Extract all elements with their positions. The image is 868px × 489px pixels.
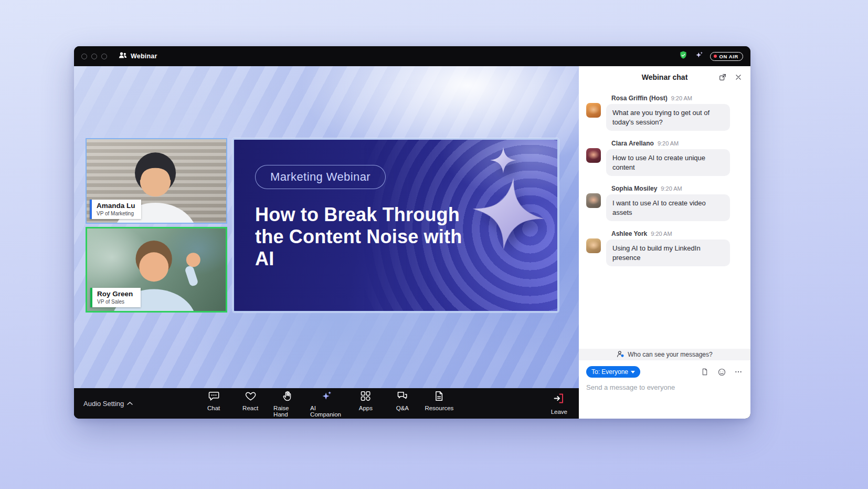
- security-shield-icon[interactable]: [679, 50, 688, 62]
- chat-message: Rosa Griffin (Host) 9:20 AM What are you…: [586, 95, 742, 131]
- speaker-name: Roy Green: [97, 290, 135, 298]
- desktop-background: Webinar: [0, 0, 868, 489]
- raise-hand-button[interactable]: Raise Hand: [273, 390, 301, 418]
- webinar-window: Webinar: [74, 46, 750, 419]
- speaker-role: VP of Sales: [97, 299, 135, 305]
- qa-button[interactable]: Q&A: [389, 390, 416, 411]
- meeting-toolbar: Audio Setting: [74, 388, 579, 419]
- chat-label: Chat: [207, 405, 220, 411]
- chevron-down-icon: [631, 371, 635, 373]
- chat-message: Clara Arellano 9:20 AM How to use AI to …: [586, 140, 742, 176]
- chat-icon: [208, 390, 220, 402]
- on-air-dot: [714, 55, 717, 58]
- app-title-group: Webinar: [119, 51, 157, 61]
- window-controls: [81, 54, 107, 59]
- on-air-label: ON AIR: [719, 54, 739, 59]
- chat-panel-title: Webinar chat: [642, 73, 688, 81]
- message-time: 9:20 AM: [671, 95, 692, 101]
- ai-companion-titlebar-icon[interactable]: [694, 50, 704, 62]
- privacy-note-text: Who can see your messages?: [628, 351, 712, 358]
- chat-header-icons: [718, 66, 743, 88]
- audio-setting-label: Audio Setting: [83, 400, 124, 408]
- to-everyone-label: To: Everyone: [591, 368, 628, 376]
- chat-message-list: Rosa Griffin (Host) 9:20 AM What are you…: [579, 88, 750, 349]
- more-options-icon[interactable]: [734, 367, 743, 377]
- message-author: Clara Arellano: [611, 140, 654, 147]
- chat-header: Webinar chat: [579, 66, 750, 88]
- qa-icon: [396, 390, 408, 402]
- participants-icon: [119, 51, 127, 61]
- resources-label: Resources: [425, 405, 453, 411]
- message-bubble: What are you trying to get out of today'…: [606, 104, 730, 131]
- message-bubble: Using AI to build my LinkedIn presence: [606, 240, 730, 266]
- video-area: Amanda Lu VP of Marketing: [74, 66, 579, 388]
- chat-privacy-note[interactable]: Who can see your messages?: [579, 349, 750, 360]
- main-stage: Amanda Lu VP of Marketing: [74, 66, 579, 419]
- apps-icon: [359, 390, 372, 402]
- chevron-up-icon: [127, 402, 133, 405]
- popout-icon[interactable]: [718, 72, 727, 82]
- slide-title: How to Break Through the Content Noise w…: [255, 204, 465, 269]
- titlebar: Webinar: [74, 46, 750, 66]
- slide-badge: Marketing Webinar: [255, 165, 386, 189]
- privacy-person-icon: [617, 350, 624, 359]
- presentation-slide: Marketing Webinar How to Break Through t…: [232, 138, 559, 313]
- close-icon[interactable]: [734, 72, 743, 82]
- speaker-role: VP of Marketing: [97, 211, 135, 216]
- message-author: Sophia Mosiley: [611, 185, 657, 192]
- emoji-icon[interactable]: [717, 367, 726, 377]
- message-time: 9:20 AM: [651, 231, 672, 237]
- webinar-chat-panel: Webinar chat: [579, 66, 750, 419]
- message-time: 9:20 AM: [658, 140, 679, 147]
- audio-setting-button[interactable]: Audio Setting: [83, 400, 133, 408]
- message-author: Rosa Griffin (Host): [611, 95, 668, 102]
- react-button[interactable]: React: [237, 390, 264, 411]
- raise-hand-icon: [281, 390, 293, 402]
- avatar-sophia-mosiley: [586, 193, 601, 208]
- chat-message-input[interactable]: [586, 383, 743, 391]
- toolbar-center-group: Chat React: [200, 390, 453, 418]
- window-body: Amanda Lu VP of Marketing: [74, 66, 750, 419]
- leave-label: Leave: [551, 409, 567, 415]
- window-close-button[interactable]: [81, 54, 87, 59]
- window-title: Webinar: [131, 53, 157, 60]
- message-time: 9:20 AM: [661, 185, 682, 192]
- window-zoom-button[interactable]: [101, 54, 107, 59]
- avatar-rosa-griffin: [586, 103, 601, 118]
- video-tile-roy-green[interactable]: Roy Green VP of Sales: [86, 227, 227, 313]
- apps-label: Apps: [359, 405, 373, 411]
- ai-sparkle-icon: [320, 390, 333, 402]
- nametag-roy: Roy Green VP of Sales: [90, 288, 141, 307]
- leave-button[interactable]: Leave: [551, 392, 567, 415]
- attach-file-icon[interactable]: [700, 367, 710, 377]
- message-bubble: I want to use AI to create video assets: [606, 194, 730, 221]
- ai-companion-label: AI Companion: [310, 405, 343, 418]
- chat-button[interactable]: Chat: [200, 390, 227, 411]
- window-minimize-button[interactable]: [91, 54, 97, 59]
- avatar-clara-arellano: [586, 148, 601, 163]
- speaker-name: Amanda Lu: [97, 202, 135, 210]
- message-bubble: How to use AI to create unique content: [606, 149, 730, 176]
- to-everyone-selector[interactable]: To: Everyone: [586, 366, 640, 378]
- resources-icon: [433, 390, 445, 402]
- slide-star-decoration-small: [490, 147, 516, 173]
- chat-message: Sophia Mosiley 9:20 AM I want to use AI …: [586, 185, 742, 221]
- on-air-badge: ON AIR: [710, 52, 744, 61]
- slide-star-decoration-large: [468, 173, 549, 255]
- compose-icons: [700, 367, 743, 377]
- video-tile-amanda-lu[interactable]: Amanda Lu VP of Marketing: [86, 138, 227, 224]
- heart-icon: [245, 390, 257, 402]
- nametag-amanda: Amanda Lu VP of Marketing: [90, 200, 141, 219]
- qa-label: Q&A: [396, 405, 409, 411]
- leave-icon: [553, 392, 565, 406]
- titlebar-right: ON AIR: [679, 50, 744, 62]
- chat-compose-area: To: Everyone: [579, 360, 750, 419]
- message-author: Ashlee York: [611, 230, 647, 237]
- resources-button[interactable]: Resources: [426, 390, 453, 411]
- avatar-ashlee-york: [586, 238, 601, 253]
- raise-hand-label: Raise Hand: [273, 405, 301, 418]
- ai-companion-button[interactable]: AI Companion: [310, 390, 343, 418]
- react-label: React: [242, 405, 258, 411]
- apps-button[interactable]: Apps: [352, 390, 379, 411]
- chat-message: Ashlee York 9:20 AM Using AI to build my…: [586, 230, 742, 266]
